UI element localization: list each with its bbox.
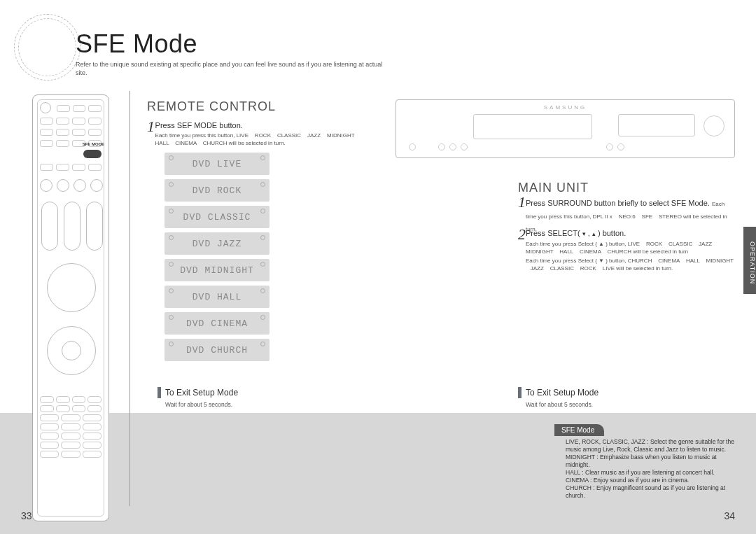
vertical-divider xyxy=(130,91,130,506)
sfe-mode-button-icon xyxy=(83,150,102,158)
unit-brand: SAMSUNG xyxy=(544,104,587,111)
rc-step1-detail: Each time you press this button, LIVE RO… xyxy=(155,132,371,147)
mu-step2-detail-a: Each time you press Select ( ▲ ) button,… xyxy=(526,240,735,255)
decorative-ring xyxy=(14,14,80,80)
mu-exit-label: To Exit Setup Mode xyxy=(526,388,598,398)
remote-control-heading: REMOTE CONTROL xyxy=(147,99,276,114)
rc-exit-label: To Exit Setup Mode xyxy=(165,388,238,398)
lcd-item: DVD CHURCH xyxy=(164,339,270,361)
mu-step1-text-a: Press SURROUND button briefly to select … xyxy=(526,199,712,207)
page-subtitle: Refer to the unique sound existing at sp… xyxy=(76,60,384,77)
lcd-item: DVD CLASSIC xyxy=(164,206,270,228)
remote-control-illustration: SFE MODE xyxy=(32,94,109,521)
lcd-item: DVD LIVE xyxy=(164,153,270,175)
mu-step2-number: 2 xyxy=(518,228,526,272)
mu-exit-block: To Exit Setup Mode Wait for about 5 seco… xyxy=(518,387,598,408)
chevron-up-icon: ▴ xyxy=(592,229,596,239)
rc-step1-text: Press SEF MODE button. xyxy=(155,120,371,130)
sfe-mode-button-label: SFE MODE xyxy=(83,142,104,146)
main-unit-heading: MAIN UNIT xyxy=(518,181,589,195)
lcd-item: DVD ROCK xyxy=(164,179,270,202)
rc-step-1: 1 Press SEF MODE button. Each time you p… xyxy=(147,120,371,147)
mu-step2-text: Press SELECT( ▾ , ▴ ) button. xyxy=(526,228,735,239)
chevron-down-icon: ▾ xyxy=(582,229,586,239)
exit-marker-icon xyxy=(158,387,161,398)
mu-step2-detail-b: Each time you press Select ( ▼ ) button,… xyxy=(526,257,735,272)
page-number-left: 33 xyxy=(21,510,32,521)
main-unit-illustration: SAMSUNG xyxy=(396,99,735,158)
exit-marker-icon xyxy=(518,387,522,398)
rc-exit-note: Wait for about 5 seconds. xyxy=(165,401,238,408)
sfe-mode-info-body: LIVE, ROCK, CLASSIC, JAZZ : Select the g… xyxy=(566,438,741,500)
lcd-display-list: DVD LIVE DVD ROCK DVD CLASSIC DVD JAZZ D… xyxy=(164,153,270,361)
lcd-item: DVD HALL xyxy=(164,286,270,308)
page-title: SFE Mode xyxy=(76,29,197,59)
lcd-item: DVD CINEMA xyxy=(164,312,270,335)
mu-step-2: 2 Press SELECT( ▾ , ▴ ) button. Each tim… xyxy=(518,228,735,272)
lcd-item: DVD MIDNIGHT xyxy=(164,259,270,281)
operation-side-tab: OPERATION xyxy=(743,227,756,294)
lcd-item: DVD JAZZ xyxy=(164,232,270,255)
sfe-mode-info-tab: SFE Mode xyxy=(554,424,604,436)
mu-exit-note: Wait for about 5 seconds. xyxy=(526,401,598,408)
page-number-right: 34 xyxy=(724,510,735,521)
rc-step1-number: 1 xyxy=(147,120,155,147)
rc-exit-block: To Exit Setup Mode Wait for about 5 seco… xyxy=(158,387,238,408)
